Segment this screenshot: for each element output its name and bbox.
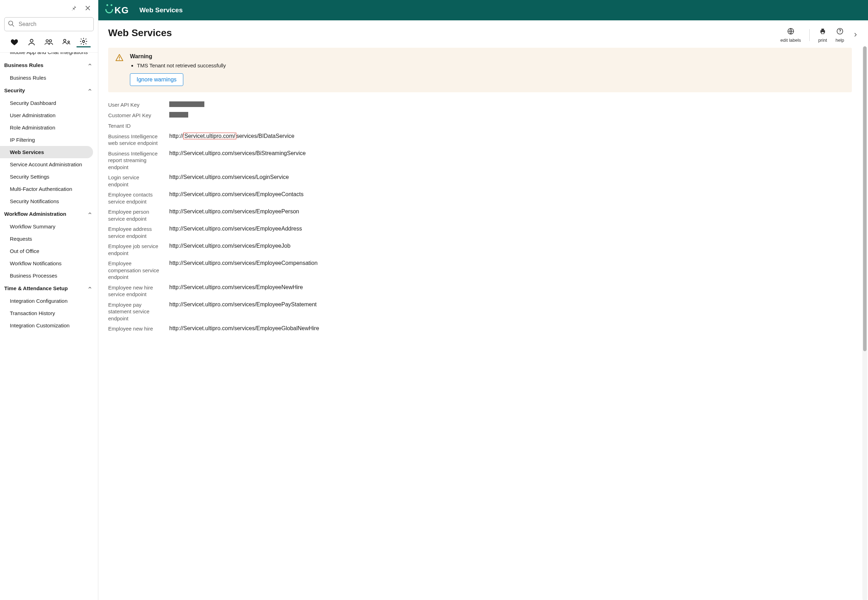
svg-point-2 [46, 39, 49, 42]
chevron-right-icon[interactable] [853, 32, 858, 39]
topbar: KG Web Services [98, 0, 868, 20]
field-label: Business Intelligence report streaming e… [108, 150, 161, 171]
field-value: http://Servicet.ultipro.com/services/Emp… [169, 259, 318, 266]
search-input[interactable] [4, 17, 94, 31]
svg-rect-9 [821, 29, 824, 30]
ignore-warnings-button[interactable]: Ignore warnings [130, 73, 183, 86]
field-value: http://Servicet.ultipro.com/services/BiS… [169, 150, 306, 156]
svg-point-12 [839, 33, 840, 33]
sidebar-item-role-administration[interactable]: Role Administration [0, 121, 94, 134]
print-button[interactable]: print [818, 27, 827, 43]
warning-alert: Warning TMS Tenant not retrieved success… [108, 48, 852, 92]
sidebar-item-security-dashboard[interactable]: Security Dashboard [0, 97, 94, 109]
field-value: http://Servicet.ultipro.com/services/Emp… [169, 225, 302, 232]
sidebar-item-workflow-summary[interactable]: Workflow Summary [0, 220, 94, 233]
field-value: http://Servicet.ultipro.com/services/Emp… [169, 301, 317, 308]
field-value: http://Servicet.ultipro.com/services/Emp… [169, 324, 319, 332]
brand-logo: KG [105, 5, 129, 16]
sidebar-item-ip-filtering[interactable]: IP Filtering [0, 134, 94, 146]
sidebar-section-label: Time & Attendance Setup [4, 285, 68, 291]
page-title: Web Services [108, 27, 172, 39]
sidebar-item-user-administration[interactable]: User Administration [0, 109, 94, 121]
field-label: User API Key [108, 101, 161, 108]
field-value: http://Servicet.ultipro.com/services/Emp… [169, 283, 303, 291]
help-icon [836, 27, 844, 36]
sidebar-item-transaction-history[interactable]: Transaction History [0, 307, 94, 319]
field-value: http://Servicet.ultipro.com/services/Emp… [169, 208, 299, 215]
sidebar-section-label: Security [4, 87, 25, 93]
help-button[interactable]: help [835, 27, 844, 43]
sidebar-item-security-settings[interactable]: Security Settings [0, 171, 94, 183]
chevron-up-icon [87, 211, 92, 217]
field-value: http://Servicet.ultipro.com/services/Emp… [169, 242, 290, 249]
sidebar-item-integration-customization[interactable]: Integration Customization [0, 319, 94, 332]
close-icon[interactable] [85, 5, 91, 12]
brand-text: KG [114, 5, 129, 16]
sidebar-section-security[interactable]: Security [0, 84, 98, 97]
pin-icon[interactable] [71, 5, 77, 12]
field-value: http://Servicet.ultipro.com/services/Log… [169, 173, 289, 180]
globe-icon [787, 27, 795, 36]
svg-point-3 [50, 39, 52, 42]
edit-labels-button[interactable]: edit labels [781, 27, 801, 43]
field-value: http://Servicet.ultipro.com/services/BID… [169, 132, 294, 139]
sidebar-item-business-processes[interactable]: Business Processes [0, 270, 94, 282]
org-icon[interactable] [59, 37, 73, 47]
content-area[interactable]: Warning TMS Tenant not retrieved success… [98, 45, 861, 600]
sidebar: Mobile App and Chat Integrations Busines… [0, 0, 98, 600]
field-label: Customer API Key [108, 111, 161, 119]
svg-rect-14 [119, 59, 120, 60]
svg-point-4 [64, 39, 66, 42]
sidebar-section-label: Workflow Administration [4, 211, 66, 217]
field-label: Business Intelligence web service endpoi… [108, 132, 161, 147]
sidebar-item-service-account-admin[interactable]: Service Account Administration [0, 158, 94, 171]
field-label: Employee new hire [108, 324, 161, 332]
field-label: Employee contacts service endpoint [108, 191, 161, 205]
field-label: Employee pay statement service endpoint [108, 301, 161, 322]
sidebar-item-web-services[interactable]: Web Services [0, 146, 93, 158]
sidebar-item-requests[interactable]: Requests [0, 233, 94, 245]
field-value: http://Servicet.ultipro.com/services/Emp… [169, 191, 303, 197]
action-label: print [818, 38, 827, 43]
sidebar-section-time-attendance[interactable]: Time & Attendance Setup [0, 282, 98, 295]
person-icon[interactable] [24, 37, 39, 47]
svg-point-6 [82, 40, 85, 42]
field-label: Employee new hire service endpoint [108, 283, 161, 298]
search-icon [8, 20, 15, 29]
sidebar-item[interactable]: Mobile App and Chat Integrations [0, 52, 94, 59]
field-label: Employee compensation service endpoint [108, 259, 161, 281]
svg-rect-10 [821, 32, 824, 34]
sidebar-item-business-rules[interactable]: Business Rules [0, 71, 94, 84]
warning-icon [115, 53, 124, 86]
people-icon[interactable] [42, 37, 56, 47]
sidebar-section-business-rules[interactable]: Business Rules [0, 59, 98, 71]
action-label: edit labels [781, 38, 801, 43]
sidebar-section-workflow-admin[interactable]: Workflow Administration [0, 208, 98, 220]
action-label: help [835, 38, 844, 43]
scrollbar[interactable] [862, 46, 867, 600]
sidebar-menu[interactable]: Mobile App and Chat Integrations Busines… [0, 52, 98, 600]
sidebar-item-workflow-notifications[interactable]: Workflow Notifications [0, 257, 94, 270]
sidebar-item-out-of-office[interactable]: Out of Office [0, 245, 94, 257]
gear-icon[interactable] [76, 37, 91, 47]
sidebar-item-security-notifications[interactable]: Security Notifications [0, 195, 94, 208]
topbar-title: Web Services [140, 6, 182, 14]
chevron-up-icon [87, 62, 92, 68]
scrollbar-thumb[interactable] [863, 46, 866, 351]
highlighted-host: Servicet.ultipro.com/ [183, 133, 236, 139]
favorites-icon[interactable] [8, 37, 21, 47]
field-label: Employee address service endpoint [108, 225, 161, 239]
field-value-redacted [169, 101, 204, 108]
field-label: Tenant ID [108, 122, 161, 129]
field-label: Employee job service endpoint [108, 242, 161, 256]
sidebar-item-mfa[interactable]: Multi-Factor Authentication [0, 183, 94, 195]
print-icon [819, 27, 827, 36]
svg-rect-13 [119, 56, 120, 59]
field-label: Employee person service endpoint [108, 208, 161, 222]
sidebar-section-label: Business Rules [4, 62, 44, 68]
sidebar-item-integration-config[interactable]: Integration Configuration [0, 295, 94, 307]
field-label: Login service endpoint [108, 173, 161, 188]
divider [809, 29, 810, 41]
chevron-up-icon [87, 87, 92, 93]
alert-title: Warning [130, 53, 845, 60]
